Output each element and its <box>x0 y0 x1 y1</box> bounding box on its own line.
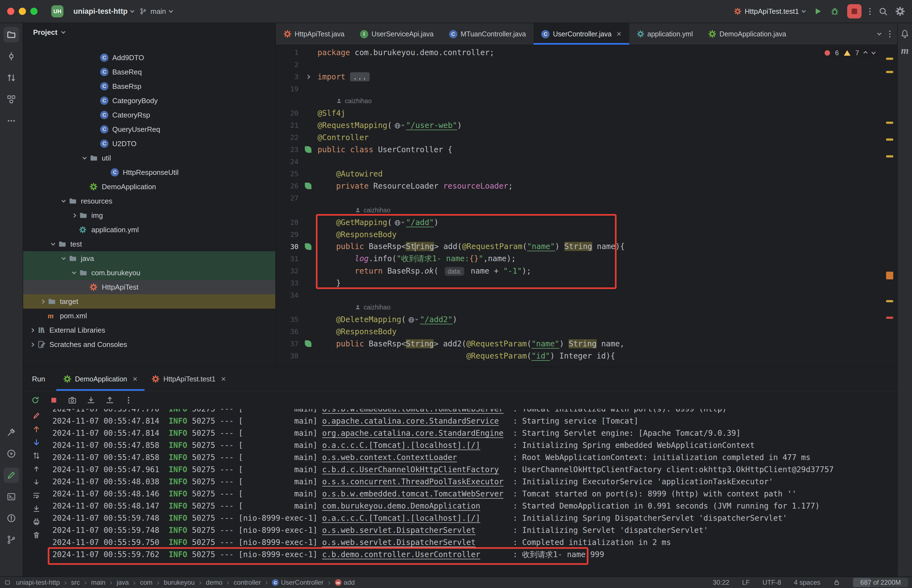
console-logger-link[interactable]: o.s.web.servlet.DispatcherServlet <box>322 526 475 535</box>
run-toolbar-rerun-icon[interactable] <box>31 396 40 405</box>
breadcrumb-burukeyou[interactable]: burukeyou <box>164 578 195 586</box>
tab-userserviceapi-java[interactable]: IUserServiceApi.java <box>352 23 441 45</box>
breadcrumb-com[interactable]: com <box>140 578 152 586</box>
code-text[interactable]: return BaseRsp.ok( data: name + "-1"); <box>317 267 531 276</box>
run-configuration-selector[interactable]: HttpApiTest.test1 <box>734 7 805 16</box>
code-text[interactable]: @DeleteMapping("/add2") <box>317 315 457 324</box>
debug-button[interactable] <box>830 6 839 16</box>
project-selector[interactable]: uniapi-test-http <box>69 7 134 16</box>
tab-mtuancontroller-java[interactable]: CMTuanController.java <box>441 23 534 45</box>
tree-item-httpapitest[interactable]: HttpApiTest <box>23 280 275 294</box>
more-tool-windows-icon[interactable] <box>3 113 19 129</box>
run-toolbar-export-icon[interactable] <box>105 396 114 405</box>
code-text[interactable]: import ... <box>317 72 370 81</box>
file-encoding[interactable]: UTF-8 <box>763 578 781 586</box>
tree-item-pom-xml[interactable]: mpom.xml <box>23 309 275 323</box>
tree-item-categorybody[interactable]: CCategoryBody <box>23 94 275 108</box>
tree-item-resources[interactable]: resources <box>23 194 275 208</box>
console-down-stack-icon[interactable] <box>32 438 40 446</box>
console-logger-link[interactable]: c.b.d.c.UserChannelOkHttpClientFactory <box>322 465 499 474</box>
console-logger-link[interactable]: o.a.c.c.C.[Tomcat].[localhost].[/] <box>322 514 480 523</box>
tab-options-icon[interactable] <box>889 31 891 37</box>
project-panel-header[interactable]: Project <box>23 23 275 41</box>
url-mapping-icon[interactable] <box>394 220 404 226</box>
code-text[interactable]: private ResourceLoader resourceLoader; <box>317 181 513 191</box>
code-text[interactable]: @ResponseBody <box>317 230 397 239</box>
tab-usercontroller-java[interactable]: CUserController.java× <box>534 23 629 45</box>
tree-item-scratches-and-consoles[interactable]: Scratches and Consoles <box>23 337 275 352</box>
console-logger-link[interactable]: o.s.web.context.ContextLoader <box>322 453 457 462</box>
console-scroll-end-icon[interactable] <box>32 504 40 513</box>
search-icon[interactable] <box>878 6 888 16</box>
console-print-icon[interactable] <box>32 518 40 526</box>
console-logger-link[interactable]: o.s.web.servlet.DispatcherServlet <box>322 538 475 547</box>
cursor-position[interactable]: 30:22 <box>713 578 729 586</box>
console-logger-link[interactable]: com.burukeyou.demo.DemoApplication <box>322 501 480 510</box>
run-tab-demoapplication[interactable]: DemoApplication× <box>56 367 145 391</box>
console-clear-icon[interactable] <box>32 531 40 539</box>
analysis-marker-stripe[interactable] <box>886 45 894 367</box>
tab-application-yml[interactable]: application.yml <box>629 23 701 45</box>
run-toolbar-more-icon[interactable] <box>124 396 133 405</box>
tree-item-u2dto[interactable]: CU2DTO <box>23 137 275 151</box>
console-sort-icon[interactable] <box>32 451 40 460</box>
console-logger-link[interactable]: o.s.b.w.embedded.tomcat.TomcatWebServer <box>322 489 503 498</box>
spring-bean-icon[interactable] <box>305 183 312 189</box>
settings-gear-icon[interactable] <box>896 6 905 16</box>
prev-problem-icon[interactable] <box>863 51 868 55</box>
run-icon[interactable] <box>3 446 19 461</box>
problems-icon[interactable] <box>3 510 19 526</box>
breadcrumb-demo[interactable]: demo <box>206 578 222 586</box>
structure-icon[interactable] <box>3 92 19 107</box>
code-text[interactable]: } <box>317 279 341 288</box>
indent-style[interactable]: 4 spaces <box>794 578 820 586</box>
tree-item-target[interactable]: target <box>23 294 275 309</box>
console-next-occurrence-icon[interactable] <box>32 478 40 486</box>
code-text[interactable]: public BaseRsp<String> add(@RequestParam… <box>317 242 625 251</box>
tree-item-httpresponseutil[interactable]: CHttpResponseUtil <box>23 165 275 179</box>
more-actions-icon[interactable] <box>869 8 871 15</box>
breadcrumb-main[interactable]: main <box>91 578 105 586</box>
close-icon[interactable]: × <box>133 375 137 383</box>
line-separator[interactable]: LF <box>742 578 750 586</box>
tree-item-external-libraries[interactable]: External Libraries <box>23 323 275 337</box>
run-button[interactable] <box>813 6 822 16</box>
breadcrumb-usercontroller[interactable]: CUserController <box>272 578 323 586</box>
code-text[interactable]: public BaseRsp<String> add2(@RequestPara… <box>317 339 624 348</box>
console-logger-link[interactable]: org.apache.catalina.core.StandardEngine <box>322 428 503 438</box>
window-minimize-button[interactable] <box>19 8 26 15</box>
tree-item-application-yml[interactable]: application.yml <box>23 223 275 237</box>
console-prev-occurrence-icon[interactable] <box>32 465 40 473</box>
breadcrumb-uniapi-test-http[interactable]: uniapi-test-http <box>16 578 60 586</box>
stop-button[interactable] <box>847 4 862 18</box>
tree-item-basereq[interactable]: CBaseReq <box>23 65 275 79</box>
code-text[interactable]: public class UserController { <box>317 145 453 154</box>
branch-selector[interactable]: main <box>139 7 172 16</box>
breadcrumb-java[interactable]: java <box>117 578 129 586</box>
project-icon[interactable] <box>3 27 19 42</box>
tree-item-cateoryrsp[interactable]: CCateoryRsp <box>23 108 275 122</box>
url-mapping-icon[interactable] <box>408 317 418 323</box>
console-up-stack-icon[interactable] <box>32 425 40 433</box>
console-logger-link[interactable]: o.a.c.c.C.[Tomcat].[localhost].[/] <box>322 441 480 450</box>
spring-bean-icon[interactable] <box>305 340 312 347</box>
tab-httpapitest-java[interactable]: HttpApiTest.java <box>276 23 352 45</box>
console-logger-link[interactable]: c.b.demo.controller.UserController <box>322 550 480 559</box>
tree-item-demoapplication[interactable]: DemoApplication <box>23 179 275 194</box>
console-pin-icon[interactable] <box>32 412 40 420</box>
code-text[interactable]: @RequestParam("id") Integer id){ <box>317 351 615 360</box>
code-text[interactable]: @ResponseBody <box>317 327 397 336</box>
spring-bean-icon[interactable] <box>305 243 312 250</box>
tree-item-img[interactable]: img <box>23 208 275 223</box>
services-icon[interactable] <box>3 467 19 483</box>
tab-demoapplication-java[interactable]: DemoApplication.java <box>701 23 794 45</box>
breadcrumb-add[interactable]: madd <box>335 578 355 586</box>
terminal-icon[interactable] <box>3 489 19 504</box>
notifications-bell-icon[interactable] <box>897 29 912 39</box>
hidden-tabs-icon[interactable] <box>877 31 882 35</box>
window-zoom-button[interactable] <box>30 8 37 15</box>
breadcrumb-controller[interactable]: controller <box>234 578 261 586</box>
console-soft-wrap-icon[interactable] <box>32 491 40 499</box>
run-tab-httpapitest-test1[interactable]: HttpApiTest.test1× <box>144 367 233 391</box>
version-control-icon[interactable] <box>3 532 19 548</box>
